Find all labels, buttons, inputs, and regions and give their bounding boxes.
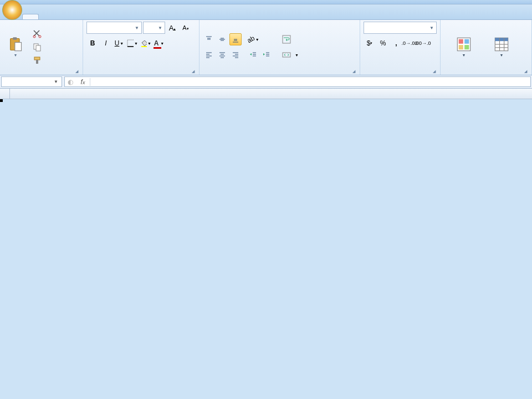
chevron-down-icon: ▼ xyxy=(120,42,124,45)
tab-home[interactable] xyxy=(22,14,39,19)
group-label-clipboard xyxy=(3,73,79,75)
font-color-button[interactable]: A▼ xyxy=(153,37,165,49)
underline-icon: U xyxy=(115,39,120,47)
align-top-icon xyxy=(205,35,213,43)
tab-formulas[interactable] xyxy=(83,14,99,19)
border-button[interactable]: ▼ xyxy=(126,37,139,49)
svg-rect-44 xyxy=(459,45,463,49)
group-font: ▼ ▼ A▴ A▾ B I U▼ ▼ ▼ A▼ xyxy=(83,20,200,75)
grow-font-button[interactable]: A▴ xyxy=(166,22,178,34)
percent-button[interactable]: % xyxy=(377,37,389,49)
shrink-font-button[interactable]: A▾ xyxy=(180,22,192,34)
spreadsheet-grid[interactable] xyxy=(0,89,532,99)
chevron-down-icon: ▼ xyxy=(54,79,58,84)
format-as-table-button[interactable]: ▼ xyxy=(486,27,517,67)
svg-rect-47 xyxy=(495,38,508,41)
decrease-decimal-icon: .00→.0 xyxy=(415,40,431,46)
shrink-font-icon: A▾ xyxy=(182,24,188,31)
group-label-font xyxy=(86,73,196,75)
tab-data[interactable] xyxy=(103,14,119,19)
chevron-down-icon: ▼ xyxy=(295,53,299,57)
wrap-text-button[interactable] xyxy=(279,33,301,45)
border-icon xyxy=(127,39,134,47)
fx-button[interactable]: fx xyxy=(76,78,90,86)
copy-button[interactable] xyxy=(30,41,47,53)
chevron-down-icon: ▼ xyxy=(500,53,504,58)
chevron-down-icon: ▼ xyxy=(158,25,162,30)
fill-color-button[interactable]: ▼ xyxy=(140,37,152,49)
font-family-select[interactable]: ▼ xyxy=(86,22,142,34)
column-headers xyxy=(0,89,532,99)
group-label-styles xyxy=(444,73,528,75)
scissors-icon xyxy=(33,29,42,38)
font-size-select[interactable]: ▼ xyxy=(143,22,165,34)
svg-point-4 xyxy=(39,35,41,38)
svg-rect-6 xyxy=(36,45,40,51)
svg-rect-2 xyxy=(15,43,22,51)
fx-cancel-button[interactable]: ◐ xyxy=(65,78,76,86)
number-format-select[interactable]: ▼ xyxy=(364,22,437,34)
dollar-icon: $ xyxy=(367,39,371,47)
tab-insert[interactable] xyxy=(43,14,59,19)
increase-indent-button[interactable] xyxy=(260,49,273,61)
ribbon-tabs xyxy=(0,4,532,20)
grow-font-icon: A▴ xyxy=(169,24,176,32)
comma-button[interactable]: , xyxy=(390,37,402,49)
group-label-alignment xyxy=(203,73,356,75)
group-label-number xyxy=(364,73,437,75)
tab-page-layout[interactable] xyxy=(63,14,79,19)
percent-icon: % xyxy=(380,39,386,47)
merge-center-button[interactable]: ▼ xyxy=(279,49,301,61)
conditional-formatting-button[interactable]: ▼ xyxy=(444,27,484,67)
bold-button[interactable]: B xyxy=(86,37,99,49)
name-box[interactable]: ▼ xyxy=(1,76,62,87)
chevron-down-icon: ▼ xyxy=(14,53,18,58)
currency-button[interactable]: $▾ xyxy=(364,37,376,49)
orientation-button[interactable]: ab▼ xyxy=(247,33,259,45)
chevron-down-icon: ▼ xyxy=(134,42,138,45)
title-bar xyxy=(0,0,532,4)
tab-review[interactable] xyxy=(123,14,139,19)
align-center-button[interactable] xyxy=(216,49,228,61)
brush-icon xyxy=(33,56,42,65)
decrease-decimal-button[interactable]: .00→.0 xyxy=(417,37,429,49)
increase-decimal-button[interactable]: .0→.00 xyxy=(403,37,416,49)
align-top-button[interactable] xyxy=(203,33,215,45)
align-right-button[interactable] xyxy=(229,49,242,61)
selection-box xyxy=(0,99,2,101)
group-alignment: ab▼ ▼ xyxy=(200,20,360,75)
font-color-icon: A xyxy=(154,39,159,47)
group-styles: ▼ ▼ xyxy=(441,20,532,75)
svg-rect-42 xyxy=(459,39,463,44)
svg-rect-1 xyxy=(13,37,17,40)
office-button[interactable] xyxy=(2,0,22,20)
increase-indent-icon xyxy=(263,51,270,59)
formula-bar: ▼ ◐ fx xyxy=(0,75,532,89)
select-all-corner[interactable] xyxy=(0,89,10,99)
italic-button[interactable]: I xyxy=(100,37,112,49)
group-number: ▼ $▾ % , .0→.00 .00→.0 xyxy=(360,20,441,75)
align-right-icon xyxy=(232,51,239,59)
comma-icon: , xyxy=(395,39,397,47)
italic-icon: I xyxy=(105,39,106,47)
ribbon: ▼ ▼ ▼ A▴ A▾ B I U▼ ▼ ▼ A▼ xyxy=(0,20,532,75)
cut-button[interactable] xyxy=(30,28,47,40)
svg-rect-43 xyxy=(464,39,469,44)
paste-icon xyxy=(8,37,23,52)
align-left-button[interactable] xyxy=(203,49,215,61)
align-left-icon xyxy=(205,51,213,59)
tab-view[interactable] xyxy=(143,14,158,19)
align-bottom-icon xyxy=(232,35,239,43)
align-middle-icon xyxy=(218,35,226,43)
chevron-down-icon: ▼ xyxy=(462,53,466,58)
align-middle-button[interactable] xyxy=(216,33,228,45)
svg-rect-8 xyxy=(36,60,38,64)
underline-button[interactable]: U▼ xyxy=(113,37,125,49)
chevron-down-icon: ▼ xyxy=(160,42,164,45)
copy-icon xyxy=(33,43,42,52)
align-bottom-button[interactable] xyxy=(229,33,242,45)
format-painter-button[interactable] xyxy=(30,54,47,66)
decrease-indent-button[interactable] xyxy=(247,49,259,61)
chevron-down-icon: ▾ xyxy=(370,41,372,45)
paste-button[interactable]: ▼ xyxy=(3,27,28,67)
